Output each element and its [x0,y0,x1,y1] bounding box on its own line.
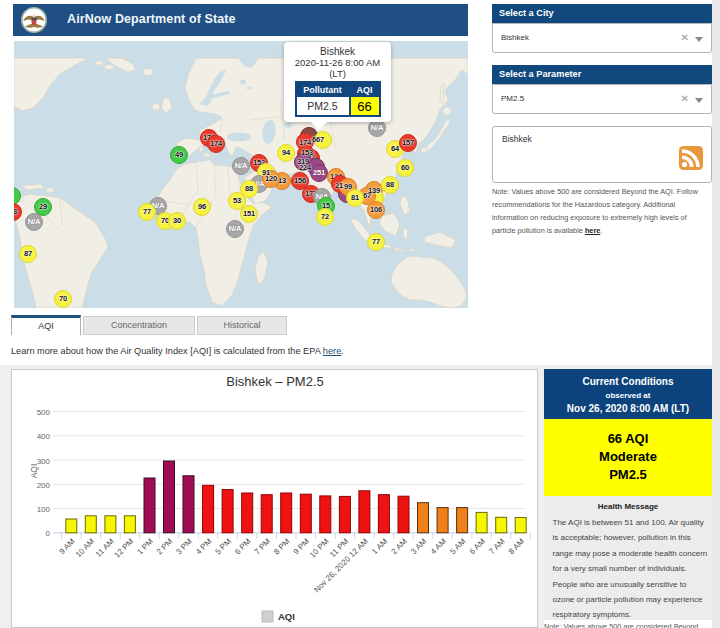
svg-text:11 AM: 11 AM [94,537,116,559]
svg-text:10 AM: 10 AM [74,537,97,560]
svg-text:500: 500 [37,408,51,417]
svg-text:Bishkek – PM2.5: Bishkek – PM2.5 [226,374,324,389]
svg-text:5 AM: 5 AM [448,537,467,556]
svg-text:7 AM: 7 AM [487,537,506,556]
svg-text:1 PM: 1 PM [135,537,155,557]
svg-text:4 PM: 4 PM [194,537,214,557]
svg-text:3 AM: 3 AM [409,537,428,556]
svg-text:6 PM: 6 PM [233,537,253,557]
svg-text:3 PM: 3 PM [174,537,194,557]
svg-text:2 AM: 2 AM [390,537,409,556]
svg-text:400: 400 [37,432,51,441]
svg-text:10 PM: 10 PM [308,537,331,560]
svg-text:AQI: AQI [29,464,39,479]
svg-text:8 PM: 8 PM [272,537,292,557]
svg-text:1 AM: 1 AM [370,537,389,556]
svg-text:12 PM: 12 PM [113,537,136,560]
svg-text:0: 0 [46,529,51,538]
svg-text:4 AM: 4 AM [429,537,448,556]
svg-text:8 AM: 8 AM [507,537,526,556]
svg-text:200: 200 [37,481,51,490]
svg-text:100: 100 [37,505,51,514]
svg-text:5 PM: 5 PM [213,537,233,557]
svg-text:6 AM: 6 AM [468,537,487,556]
svg-text:7 PM: 7 PM [253,537,273,557]
svg-text:2 PM: 2 PM [155,537,175,557]
svg-text:AQI: AQI [278,611,295,622]
